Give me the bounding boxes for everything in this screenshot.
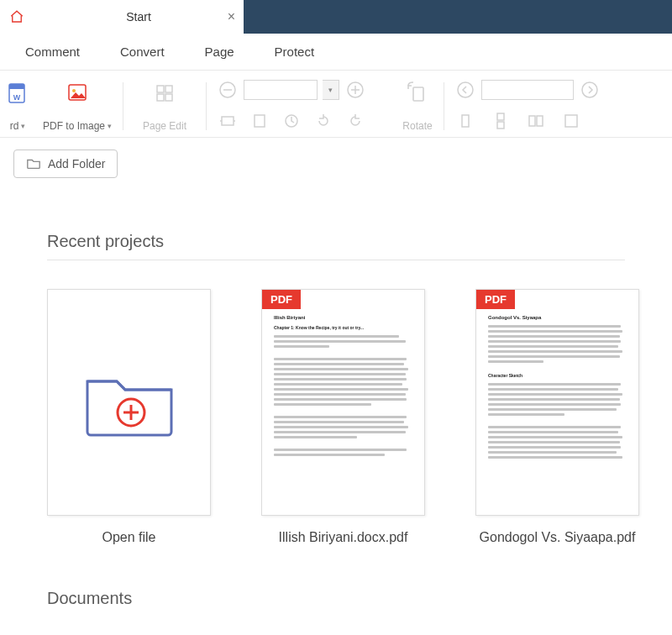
home-button[interactable] [0,0,34,34]
svg-text:W: W [13,93,21,102]
actual-size-button[interactable] [281,110,302,132]
menu-protect[interactable]: Protect [275,45,315,59]
zoom-out-button[interactable] [217,79,239,101]
actual-size-icon [282,112,301,130]
toolbar-rotate-label: Rotate [402,120,432,132]
folder-icon [26,157,41,171]
svg-point-4 [72,89,76,92]
svg-rect-6 [165,86,172,92]
file-thumb: PDF Gondogol Vs. Siyaapa Character Sketc… [475,289,639,516]
toolbar: W rd▾ PDF to Image▾ Page Edit ▾ [0,71,672,138]
page-prev-button[interactable] [454,79,476,101]
svg-rect-1 [9,84,24,89]
title-bar-space [244,0,672,34]
fit-width-icon [218,112,237,130]
chevron-down-icon: ▾ [328,86,333,94]
svg-rect-5 [157,86,164,92]
svg-rect-14 [222,117,234,125]
pdf-badge: PDF [262,290,301,309]
rotate-right-icon [346,112,365,130]
menu-page[interactable]: Page [205,45,234,59]
svg-rect-20 [462,115,469,127]
open-file-label: Open file [102,529,155,547]
chevron-left-icon [456,81,475,99]
menu-convert[interactable]: Convert [120,45,165,59]
toolbar-zoom-group: ▾ [210,76,395,137]
page-edit-icon [152,81,177,106]
continuous-page-icon [491,112,510,130]
menu-bar: Comment Convert Page Protect [0,34,672,71]
chevron-down-icon: ▾ [21,122,25,130]
content-area: Add Folder Recent projects Open file PDF [0,138,672,635]
page-number-input[interactable] [481,80,574,100]
svg-rect-24 [537,116,543,126]
svg-rect-8 [165,94,172,101]
toolbar-page-edit-label: Page Edit [143,120,186,132]
toolbar-page-edit: Page Edit [127,76,202,137]
view-fullscreen-button[interactable] [560,110,582,132]
toolbar-pdf-to-image-label: PDF to Image [43,120,105,132]
svg-rect-15 [255,115,265,127]
pdf-badge: PDF [476,290,515,309]
view-single-button[interactable] [454,110,476,132]
doc-preview: Gondogol Vs. Siyaapa Character Sketch [488,315,627,503]
toolbar-pdf-word[interactable]: W rd▾ [0,76,35,137]
fullscreen-icon [562,112,580,130]
menu-comment[interactable]: Comment [25,45,80,59]
fit-page-icon [250,112,269,130]
rotate-left-icon [314,112,333,130]
file-label: Illish Biriyani.docx.pdf [279,529,408,547]
chevron-down-icon: ▾ [108,122,112,130]
recent-projects-heading: Recent projects [47,232,664,251]
chevron-right-icon [580,81,599,99]
svg-point-18 [458,82,473,97]
home-icon [9,9,24,24]
tab-close-button[interactable]: × [228,9,235,24]
add-folder-button[interactable]: Add Folder [13,150,118,178]
zoom-input[interactable] [244,80,318,100]
pdf-to-image-icon [65,81,90,106]
rotate-left-button[interactable] [312,110,334,132]
toolbar-page-nav [448,76,672,137]
view-continuous-button[interactable] [490,110,512,132]
open-file-icon [79,360,180,444]
toolbar-rotate[interactable]: Rotate [395,76,440,137]
tab-label: Start [126,10,151,24]
rotate-icon [405,81,430,106]
facing-page-icon [527,112,545,130]
file-label: Gondogol Vs. Siyaapa.pdf [480,529,636,547]
fit-page-button[interactable] [249,110,270,132]
zoom-dropdown[interactable]: ▾ [323,80,339,100]
single-page-icon [456,112,475,130]
recent-file-card[interactable]: PDF Gondogol Vs. Siyaapa Character Sketc… [475,289,639,547]
file-thumb: PDF Illish Biriyani Chapter 1: Know the … [261,289,425,516]
svg-rect-17 [413,87,423,101]
recent-projects-grid: Open file PDF Illish Biriyani Chapter 1:… [47,289,664,547]
add-folder-label: Add Folder [48,157,105,171]
divider [47,260,625,260]
svg-rect-21 [497,113,504,120]
svg-rect-23 [529,116,535,126]
svg-rect-25 [565,115,577,127]
zoom-in-button[interactable] [344,79,366,101]
open-file-thumb [47,289,211,516]
rotate-right-button[interactable] [344,110,366,132]
svg-point-19 [582,82,597,97]
pdf-to-word-icon: W [5,81,30,106]
doc-preview: Illish Biriyani Chapter 1: Know the Reci… [274,315,412,503]
zoom-out-icon [218,81,237,99]
documents-heading: Documents [47,589,664,608]
view-facing-button[interactable] [525,110,547,132]
fit-width-button[interactable] [217,110,239,132]
toolbar-word-label: rd [10,120,19,132]
svg-rect-22 [497,122,504,129]
open-file-card[interactable]: Open file [47,289,211,547]
title-bar: Start × [0,0,672,34]
page-next-button[interactable] [579,79,601,101]
svg-rect-7 [157,94,164,101]
tab-start[interactable]: Start × [34,0,244,34]
recent-file-card[interactable]: PDF Illish Biriyani Chapter 1: Know the … [261,289,425,547]
zoom-in-icon [346,81,365,99]
toolbar-pdf-to-image[interactable]: PDF to Image▾ [35,76,119,137]
